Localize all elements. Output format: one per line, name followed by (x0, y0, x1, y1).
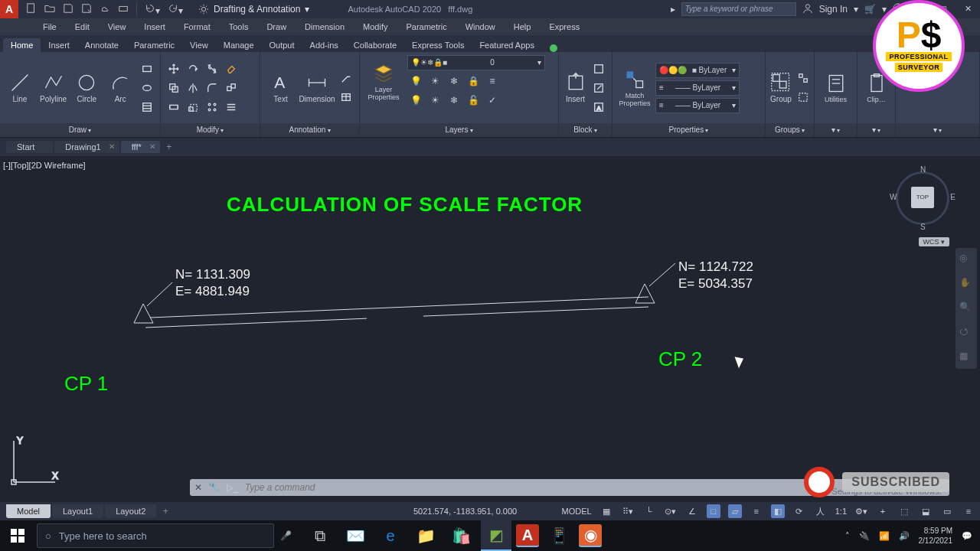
close-icon[interactable]: ✕ (109, 142, 115, 151)
scale-icon[interactable] (185, 99, 201, 116)
menu-modify[interactable]: Modify (354, 18, 397, 35)
copy-icon[interactable] (165, 80, 182, 96)
app-icon[interactable]: A (0, 0, 18, 18)
panel-layers-label[interactable]: Layers (360, 123, 558, 137)
panel-draw-label[interactable]: Draw (0, 123, 160, 137)
taskview-icon[interactable]: ⧉ (305, 520, 335, 551)
hatch-icon[interactable] (139, 99, 155, 116)
plus-status-icon[interactable]: + (876, 504, 890, 518)
menu-edit[interactable]: Edit (66, 18, 99, 35)
zoom-icon[interactable]: 🔍 (959, 302, 973, 315)
menu-window[interactable]: Window (456, 18, 505, 35)
doc-tab-fff[interactable]: fff*✕ (121, 141, 160, 153)
qat-saveas-icon[interactable] (81, 3, 92, 16)
osnap-toggle-icon[interactable]: □ (707, 504, 720, 518)
close-icon[interactable]: ✕ (149, 142, 155, 151)
layuniso-icon[interactable]: ☀ (426, 92, 443, 109)
tray-chevron-icon[interactable]: ˄ (845, 531, 850, 541)
ortho-toggle-icon[interactable]: └ (642, 504, 656, 518)
menu-tools[interactable]: Tools (220, 18, 258, 35)
tab-home[interactable]: Home (3, 38, 41, 52)
snap-toggle-icon[interactable]: ⠿▾ (621, 504, 635, 518)
keyword-search[interactable]: Type a keyword or phrase (681, 2, 796, 16)
lineweight-combo[interactable]: ≡—— ByLayer▾ (655, 80, 740, 96)
match-properties-button[interactable]: Match Properties (617, 57, 652, 119)
otrack-toggle-icon[interactable]: ▱ (728, 504, 742, 518)
recorder-icon[interactable]: ◉ (579, 524, 602, 547)
layout1-tab[interactable]: Layout1 (52, 504, 103, 518)
iso-status-icon[interactable]: ⬚ (897, 504, 911, 518)
exchange-icon[interactable]: 🛒 (864, 4, 876, 15)
panel-clip-label[interactable]: ▾ (858, 123, 895, 137)
tray-volume-icon[interactable]: 🔊 (899, 531, 910, 541)
panel-util-label[interactable]: ▾ (815, 123, 857, 137)
layer-properties-button[interactable]: Layer Properties (364, 58, 403, 106)
showmotion-icon[interactable]: ▦ (959, 350, 973, 364)
trim-icon[interactable] (204, 60, 220, 77)
nav-bar[interactable]: ◎ ✋ 🔍 ⭯ ▦ (956, 248, 977, 369)
qat-redo-icon[interactable]: ▾ (168, 3, 183, 16)
hw-status-icon[interactable]: ⬓ (919, 504, 933, 518)
color-combo[interactable]: 🔴🟡🟢■ ByLayer▾ (655, 63, 740, 78)
layer-combo[interactable]: 💡☀❄🔒■ 0▾ (407, 55, 545, 70)
text-button[interactable]: AText (265, 57, 296, 119)
tray-wifi-icon[interactable]: 📶 (879, 531, 890, 541)
isodraft-icon[interactable]: ∠ (685, 504, 699, 518)
ucs-icon[interactable]: Y X (8, 435, 61, 488)
layiso-icon[interactable]: ☀ (426, 73, 443, 90)
cmd-wrench-icon[interactable]: 🔧 (208, 481, 220, 494)
tab-annotate[interactable]: Annotate (77, 38, 126, 52)
tab-addins[interactable]: Add-ins (302, 38, 346, 52)
linetype-combo[interactable]: ≡—— ByLayer▾ (655, 98, 740, 113)
table-icon[interactable] (338, 89, 354, 106)
explorer-icon[interactable]: 📁 (410, 520, 441, 551)
array-icon[interactable] (204, 99, 220, 116)
pan-icon[interactable]: ✋ (959, 277, 973, 291)
signin-icon[interactable] (802, 3, 813, 16)
mic-icon[interactable]: 🎤 (274, 530, 297, 541)
polar-toggle-icon[interactable]: ⊙▾ (664, 504, 678, 518)
drawing-canvas[interactable]: [-][Top][2D Wireframe] CALCULATION OF SC… (0, 156, 980, 502)
wcs-selector[interactable]: WCS ▾ (919, 237, 950, 246)
menu-insert[interactable]: Insert (135, 18, 175, 35)
menu-help[interactable]: Help (505, 18, 541, 35)
move-icon[interactable] (165, 60, 182, 77)
mail-icon[interactable]: ✉️ (340, 520, 371, 551)
menu-view[interactable]: View (99, 18, 136, 35)
menu-file[interactable]: File (34, 18, 66, 35)
cycle-icon[interactable]: ⟳ (792, 504, 806, 518)
tab-view[interactable]: View (182, 38, 216, 52)
menu-parametric[interactable]: Parametric (397, 18, 456, 35)
insert-block-button[interactable]: Insert (564, 57, 587, 119)
tab-express[interactable]: Express Tools (404, 38, 472, 52)
model-tab[interactable]: Model (6, 504, 51, 518)
panel-modify-label[interactable]: Modify (161, 123, 260, 137)
doc-tab-drawing1[interactable]: Drawing1✕ (54, 141, 119, 153)
layout2-tab[interactable]: Layout2 (105, 504, 156, 518)
group-edit-icon[interactable] (795, 89, 812, 106)
device-icon[interactable]: 📱 (544, 520, 574, 551)
qat-new-icon[interactable] (26, 3, 37, 16)
laymch-icon[interactable]: ≡ (484, 73, 501, 90)
ungroup-icon[interactable] (795, 70, 812, 86)
menu-format[interactable]: Format (175, 18, 220, 35)
panel-block-label[interactable]: Block (559, 123, 612, 137)
wheel-icon[interactable]: ◎ (959, 253, 973, 266)
qat-open-icon[interactable] (44, 3, 55, 16)
tab-collaborate[interactable]: Collaborate (346, 38, 404, 52)
edit-block-icon[interactable] (590, 80, 607, 96)
app-dot-icon[interactable] (550, 44, 557, 52)
panel-groups-label[interactable]: Groups (766, 123, 814, 137)
utilities-button[interactable]: Utilities (819, 57, 852, 119)
laylck-icon[interactable]: 🔒 (465, 73, 482, 90)
qat-save-icon[interactable] (63, 3, 74, 16)
viewcube[interactable]: TOP N S E W (888, 164, 957, 233)
line-button[interactable]: Line (5, 57, 35, 119)
menu-draw[interactable]: Draw (257, 18, 296, 35)
offset-icon[interactable] (223, 99, 240, 116)
autocad-taskbar-icon[interactable]: A (516, 524, 539, 547)
stretch-icon[interactable] (165, 99, 182, 116)
add-tab-button[interactable]: + (162, 142, 177, 152)
edge-icon[interactable]: e (375, 520, 406, 551)
camtasia-icon[interactable]: ◩ (481, 520, 511, 551)
